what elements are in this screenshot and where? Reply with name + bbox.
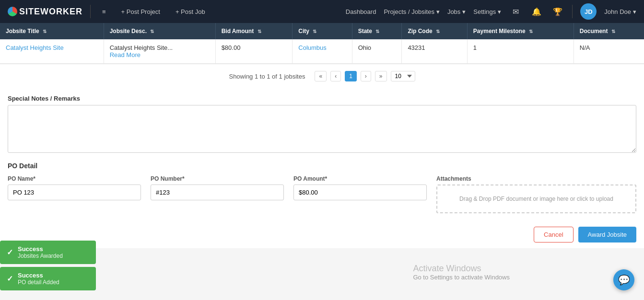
- drop-zone-text: Drag & Drop PDF document or image here o…: [459, 196, 613, 202]
- main-content: Jobsite Title ⇅ Jobsite Desc. ⇅ Bid Amou…: [0, 23, 644, 248]
- logo: SITEWORKER: [8, 7, 82, 17]
- cell-city: Columbus: [293, 39, 352, 64]
- post-project-button[interactable]: + Post Project: [117, 6, 164, 17]
- sort-icon: ⇅: [529, 29, 533, 34]
- sort-icon: ⇅: [611, 29, 615, 34]
- next-page-button[interactable]: ›: [361, 71, 371, 81]
- per-page-select[interactable]: 10 25 50 100: [391, 71, 415, 81]
- toast-1: ✓ Success Jobsites Awarded: [0, 241, 96, 248]
- cell-state: Ohio: [352, 39, 402, 64]
- po-detail-section: PO Detail PO Name* PO Number* PO Amount*…: [0, 154, 644, 221]
- attachments-label: Attachments: [436, 175, 636, 182]
- last-page-button[interactable]: »: [375, 71, 387, 81]
- avatar[interactable]: JD: [580, 3, 597, 20]
- attachments-field: Attachments Drag & Drop PDF document or …: [436, 175, 636, 213]
- sort-icon: ⇅: [436, 29, 440, 34]
- city-link[interactable]: Columbus: [298, 44, 327, 51]
- chevron-down-icon: ▾: [462, 8, 466, 15]
- toasts-container: ✓ Success Jobsites Awarded ✓ Success PO …: [0, 241, 96, 248]
- po-amount-field: PO Amount*: [293, 175, 427, 200]
- sort-icon: ⇅: [375, 29, 379, 34]
- po-amount-input[interactable]: [293, 185, 427, 200]
- menu-button[interactable]: ≡: [98, 6, 110, 17]
- jobsites-table: Jobsite Title ⇅ Jobsite Desc. ⇅ Bid Amou…: [0, 23, 644, 64]
- po-detail-title: PO Detail: [8, 162, 636, 170]
- nav-projects-jobsites[interactable]: Projects / Jobsites ▾: [384, 8, 440, 15]
- sort-icon: ⇅: [43, 29, 47, 34]
- chevron-down-icon: ▾: [436, 8, 440, 15]
- read-more-link[interactable]: Read More: [110, 51, 141, 58]
- logo-icon: [8, 7, 17, 16]
- po-number-label: PO Number*: [151, 175, 284, 182]
- mail-icon[interactable]: ✉: [509, 5, 522, 18]
- sort-icon: ⇅: [313, 29, 316, 34]
- cell-zip-code: 43231: [402, 39, 467, 64]
- po-amount-label: PO Amount*: [293, 175, 427, 182]
- chevron-down-icon: ▾: [633, 8, 636, 15]
- table-row: Catalyst Heights Site Catalyst Heights S…: [0, 39, 644, 64]
- bell-icon[interactable]: 🔔: [530, 5, 543, 18]
- sort-icon: ⇅: [150, 29, 154, 34]
- po-name-label: PO Name*: [8, 175, 141, 182]
- pagination-bar: Showing 1 to 1 of 1 jobsites « ‹ 1 › » 1…: [0, 64, 644, 88]
- top-navigation: SITEWORKER ≡ + Post Project + Post Job D…: [0, 0, 644, 23]
- check-icon: ✓: [7, 248, 13, 248]
- nav-divider-2: [572, 5, 573, 18]
- chevron-down-icon: ▾: [498, 8, 501, 15]
- award-jobsite-button[interactable]: Award Jobsite: [578, 227, 636, 242]
- po-name-input[interactable]: [8, 185, 141, 200]
- pagination-info: Showing 1 to 1 of 1 jobsites: [229, 73, 305, 80]
- user-name[interactable]: John Doe ▾: [604, 8, 636, 15]
- first-page-button[interactable]: «: [315, 71, 327, 81]
- col-document[interactable]: Document ⇅: [574, 23, 644, 39]
- nav-settings[interactable]: Settings ▾: [473, 8, 501, 15]
- page-1-button[interactable]: 1: [345, 71, 357, 81]
- cancel-button[interactable]: Cancel: [534, 227, 573, 242]
- po-number-field: PO Number*: [151, 175, 284, 200]
- table-body: Catalyst Heights Site Catalyst Heights S…: [0, 39, 644, 64]
- table-header: Jobsite Title ⇅ Jobsite Desc. ⇅ Bid Amou…: [0, 23, 644, 39]
- cell-jobsite-desc: Catalyst Heights Site... Read More: [104, 39, 215, 64]
- nav-divider: [90, 5, 91, 18]
- action-bar: Cancel Award Jobsite: [0, 221, 644, 248]
- cell-payment-milestone: 1: [467, 39, 574, 64]
- col-payment-milestone[interactable]: Payment Milestone ⇅: [467, 23, 574, 39]
- col-jobsite-title[interactable]: Jobsite Title ⇅: [0, 23, 104, 39]
- menu-icon: ≡: [102, 8, 106, 15]
- nav-jobs[interactable]: Jobs ▾: [447, 8, 466, 15]
- col-state[interactable]: State ⇅: [352, 23, 402, 39]
- special-notes-label: Special Notes / Remarks: [0, 88, 644, 105]
- col-zip-code[interactable]: Zip Code ⇅: [402, 23, 467, 39]
- po-name-field: PO Name*: [8, 175, 141, 200]
- sort-icon: ⇅: [258, 29, 261, 34]
- po-fields: PO Name* PO Number* PO Amount* Attachmen…: [8, 175, 636, 213]
- po-number-input[interactable]: [151, 185, 284, 200]
- nav-dashboard[interactable]: Dashboard: [346, 8, 376, 15]
- col-jobsite-desc[interactable]: Jobsite Desc. ⇅: [104, 23, 215, 39]
- special-notes-textarea[interactable]: [8, 105, 636, 153]
- col-city[interactable]: City ⇅: [293, 23, 352, 39]
- drop-zone[interactable]: Drag & Drop PDF document or image here o…: [436, 185, 636, 213]
- cell-document: N/A: [574, 39, 644, 64]
- prev-page-button[interactable]: ‹: [330, 71, 341, 81]
- jobsites-table-wrapper: Jobsite Title ⇅ Jobsite Desc. ⇅ Bid Amou…: [0, 23, 644, 64]
- post-job-button[interactable]: + Post Job: [172, 6, 209, 17]
- trophy-icon[interactable]: 🏆: [551, 5, 564, 18]
- col-bid-amount[interactable]: Bid Amount ⇅: [215, 23, 293, 39]
- cell-jobsite-title: Catalyst Heights Site: [0, 39, 104, 64]
- toast-1-title: Success: [18, 245, 63, 248]
- jobsite-desc-text: Catalyst Heights Site...: [110, 44, 173, 51]
- cell-bid-amount: $80.00: [215, 39, 293, 64]
- logo-text: SITEWORKER: [19, 7, 82, 17]
- jobsite-title-link[interactable]: Catalyst Heights Site: [6, 44, 64, 51]
